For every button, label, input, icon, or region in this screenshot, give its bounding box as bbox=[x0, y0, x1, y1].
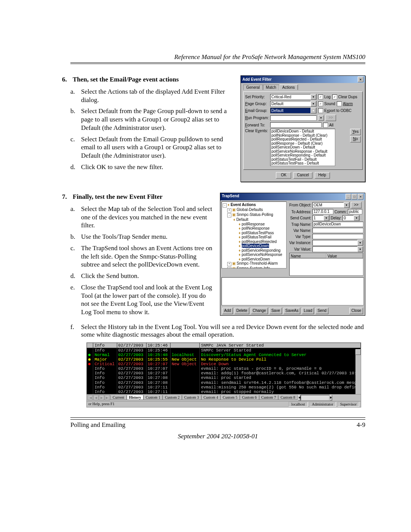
yes-button[interactable]: Yes bbox=[350, 129, 361, 135]
forward-to-input[interactable] bbox=[270, 122, 322, 128]
tree-node[interactable]: pollRequestRejected bbox=[242, 240, 277, 244]
clear-dups-checkbox[interactable]: ✓ bbox=[332, 94, 337, 99]
tree-node[interactable]: pollServiceNoResponse bbox=[242, 252, 282, 257]
delete-button[interactable]: Delete bbox=[234, 308, 249, 314]
save-button[interactable]: Save bbox=[269, 308, 282, 314]
tab-actions[interactable]: Actions bbox=[279, 85, 298, 90]
load-button[interactable]: Load bbox=[302, 308, 314, 314]
table-row[interactable]: Normal02/27/200310:25:48localhostDiscove… bbox=[87, 353, 361, 357]
chevron-down-icon[interactable]: ▼ bbox=[344, 202, 349, 208]
ok-button[interactable]: OK bbox=[276, 172, 291, 179]
chevron-down-icon[interactable]: ▼ bbox=[311, 101, 316, 107]
all-checkbox[interactable] bbox=[323, 123, 328, 128]
tree-node[interactable]: Default bbox=[236, 217, 249, 222]
vertical-scrollbar[interactable]: ▲ bbox=[355, 349, 361, 394]
sound-checkbox[interactable]: ✓ bbox=[318, 101, 323, 106]
no-button[interactable]: No bbox=[350, 136, 361, 142]
tree-node[interactable]: Snmpc-Status-Polling bbox=[237, 212, 273, 217]
list-item[interactable]: pollServiceResponding - Default bbox=[271, 153, 334, 158]
tree-node[interactable]: pollStatusTestFail bbox=[242, 235, 271, 239]
clear-events-list[interactable]: pollDeviceDown - Default pollNoResponse … bbox=[270, 129, 335, 166]
to-address-input[interactable]: 127.0.0.1 bbox=[312, 209, 333, 214]
first-icon[interactable]: |◀ bbox=[88, 395, 93, 400]
var-instance-select[interactable]: ▼ bbox=[312, 240, 363, 246]
var-grid[interactable] bbox=[289, 259, 363, 276]
saveas-button[interactable]: SaveAs bbox=[284, 308, 300, 314]
comm-input[interactable]: public bbox=[348, 209, 362, 214]
change-button[interactable]: Change bbox=[251, 308, 268, 314]
send-button[interactable]: Send bbox=[315, 308, 328, 314]
tab-custom6[interactable]: Custom 6 bbox=[240, 395, 259, 400]
from-object-select[interactable]: OEM▼ bbox=[312, 202, 350, 208]
table-row[interactable]: Major02/27/200310:25:55New ObjectNo Resp… bbox=[87, 357, 361, 362]
tab-current[interactable]: Current bbox=[110, 395, 127, 400]
page-group-select[interactable]: Default ▼ bbox=[270, 101, 317, 107]
chevron-down-icon[interactable]: ▼ bbox=[323, 215, 329, 221]
tab-custom3[interactable]: Custom 3 bbox=[182, 395, 201, 400]
scroll-left-icon[interactable]: ◀ bbox=[298, 395, 301, 401]
close-icon[interactable]: × bbox=[358, 77, 363, 82]
list-item[interactable]: pollRequestRejected - Default bbox=[271, 137, 334, 142]
tree-node[interactable]: Snmpc-Threshold-Alarm bbox=[237, 261, 278, 265]
table-row[interactable]: Info02/27/200310:25:46SNMPc Server Start… bbox=[87, 348, 361, 353]
table-row[interactable]: Info02/27/200310:27:11evmail: proc stopp… bbox=[87, 390, 361, 394]
chevron-down-icon[interactable]: ▼ bbox=[311, 94, 316, 100]
close-icon[interactable]: × bbox=[358, 194, 363, 200]
tab-history[interactable]: History bbox=[127, 395, 143, 400]
cancel-button[interactable]: Cancel bbox=[293, 172, 312, 179]
tree-node[interactable]: pollStatusTestPass bbox=[242, 231, 274, 235]
chevron-down-icon[interactable]: ▼ bbox=[311, 108, 316, 113]
table-row[interactable]: Info02/27/200310:27:07evmail: proc statu… bbox=[87, 366, 361, 371]
table-row[interactable]: Info02/27/200310:27:08evmail: sendmail s… bbox=[87, 380, 361, 385]
maximize-icon[interactable]: □ bbox=[352, 194, 357, 200]
tab-custom2[interactable]: Custom 2 bbox=[162, 395, 182, 400]
table-row[interactable]: Info02/27/200310:27:11evmail:missing 250… bbox=[87, 385, 361, 390]
table-row[interactable]: Info02/27/200310:27:07evmail: addq(1) fo… bbox=[87, 371, 361, 375]
tab-custom7[interactable]: Custom 7 bbox=[259, 395, 279, 400]
next-icon[interactable]: ▶ bbox=[99, 395, 104, 400]
list-item[interactable]: pollServiceDown - Default bbox=[271, 145, 334, 150]
var-value-select[interactable]: ▼ bbox=[312, 246, 363, 252]
set-priority-select[interactable]: Critical-Red ▼ bbox=[270, 94, 317, 100]
chevron-down-icon[interactable]: ▼ bbox=[357, 246, 363, 252]
tree-node[interactable]: Snmpc-System-Info bbox=[237, 266, 270, 268]
event-actions-tree[interactable]: -♦ Event Actions +▣ Global-Defaults -▣ S… bbox=[221, 201, 287, 268]
help-button[interactable]: Help bbox=[315, 172, 330, 179]
tab-custom8[interactable]: Custom 8 bbox=[278, 395, 298, 400]
trap-name-input[interactable]: pollDeviceDown bbox=[312, 222, 363, 227]
alarm-checkbox[interactable] bbox=[337, 101, 342, 106]
var-type-input[interactable] bbox=[312, 234, 363, 239]
horizontal-scrollbar[interactable]: ◀ ▶ bbox=[298, 395, 332, 401]
var-name-input[interactable] bbox=[312, 228, 363, 233]
tree-node[interactable]: pollResponse bbox=[242, 222, 265, 226]
tree-node[interactable]: pollServiceResponding bbox=[242, 248, 280, 252]
email-group-select[interactable]: Default ▼ bbox=[270, 108, 317, 113]
tab-general[interactable]: General bbox=[243, 85, 263, 90]
list-item[interactable]: pollStatusTestPass - Default bbox=[271, 161, 334, 166]
from-browse-button[interactable]: >> bbox=[351, 202, 362, 208]
add-button[interactable]: Add bbox=[222, 308, 233, 314]
chevron-down-icon[interactable]: ▼ bbox=[354, 215, 359, 221]
chevron-down-icon[interactable]: ▼ bbox=[318, 115, 324, 121]
send-count-select[interactable]: 1▼ bbox=[312, 215, 330, 221]
prev-icon[interactable]: ◀ bbox=[93, 395, 99, 400]
tree-node-selected[interactable]: pollDeviceDown bbox=[242, 244, 269, 248]
close-button[interactable]: Close bbox=[349, 308, 363, 314]
scroll-up-icon[interactable]: ▲ bbox=[355, 349, 361, 355]
delay-select[interactable]: 0▼ bbox=[342, 215, 360, 221]
tab-custom4[interactable]: Custom 4 bbox=[201, 395, 221, 400]
scroll-right-icon[interactable]: ▶ bbox=[330, 395, 332, 401]
tree-node[interactable]: pollNoResponse bbox=[242, 226, 269, 230]
tree-node[interactable]: Global-Defaults bbox=[237, 208, 263, 212]
tab-custom1[interactable]: Custom 1 bbox=[143, 395, 163, 400]
tree-node[interactable]: pollServiceDown bbox=[242, 257, 270, 261]
tab-match[interactable]: Match bbox=[263, 85, 279, 90]
table-row[interactable]: Info02/27/200310:27:08evmail: proc start… bbox=[87, 375, 361, 380]
minimize-icon[interactable]: _ bbox=[346, 194, 351, 200]
tab-custom5[interactable]: Custom 5 bbox=[220, 395, 240, 400]
last-icon[interactable]: ▶| bbox=[105, 395, 110, 400]
run-program-input[interactable] bbox=[270, 115, 317, 121]
list-item[interactable]: pollDeviceDown - Default bbox=[271, 129, 334, 134]
table-row[interactable]: Critical02/27/200310:27:07New ObjectDevi… bbox=[87, 362, 361, 366]
log-checkbox[interactable]: ✓ bbox=[318, 94, 323, 99]
